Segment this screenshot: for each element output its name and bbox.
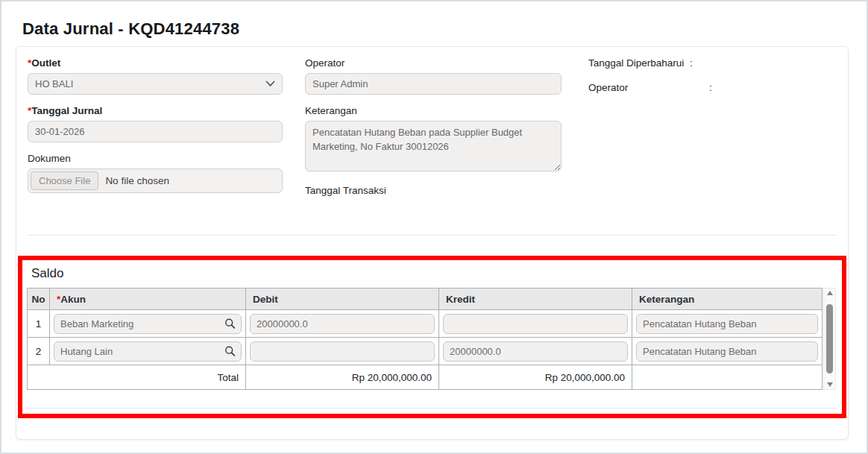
dokumen-label: Dokumen: [28, 153, 283, 164]
form-column-2: Operator Keterangan Pencatatan Hutang Be…: [305, 57, 562, 217]
table-row: 1: [28, 310, 823, 338]
form-area: *Outlet HO BALI *Tanggal Jurnal Dokumen: [28, 57, 837, 217]
keterangan-row-input[interactable]: [636, 341, 818, 362]
page-title: Data Jurnal - KQD41244738: [22, 19, 867, 39]
operator-label: Operator: [305, 57, 562, 69]
scroll-down-arrow-icon[interactable]: [827, 382, 833, 387]
keterangan-field-group: Keterangan Pencatatan Hutang Beban pada …: [305, 105, 562, 174]
operator-input[interactable]: [305, 73, 562, 95]
row-number: 2: [28, 338, 50, 365]
tanggal-transaksi-label: Tanggal Transaksi: [305, 185, 562, 196]
scrollbar-thumb[interactable]: [826, 304, 833, 373]
operator-meta-label: Operator: [588, 82, 709, 93]
saldo-highlight-box: Saldo No *Akun Debit Kredit Keterangan: [18, 256, 846, 418]
keterangan-textarea[interactable]: Pencatatan Hutang Beban pada Supplier Bu…: [305, 121, 562, 171]
col-header-no: No: [28, 289, 50, 310]
col-header-debit: Debit: [246, 289, 439, 310]
outlet-label: *Outlet: [28, 57, 283, 69]
colon-separator: :: [690, 57, 693, 69]
kredit-input[interactable]: [443, 341, 628, 362]
total-label: Total: [28, 365, 246, 390]
akun-lookup-field: [54, 314, 242, 334]
total-row: Total Rp 20,000,000.00 Rp 20,000,000.00: [28, 365, 823, 390]
saldo-table: No *Akun Debit Kredit Keterangan 1: [27, 288, 823, 390]
keterangan-label: Keterangan: [305, 105, 562, 116]
total-keterangan-empty: [632, 365, 823, 390]
saldo-header-row: No *Akun Debit Kredit Keterangan: [28, 289, 823, 310]
akun-input[interactable]: [54, 341, 242, 362]
operator-field-group: Operator: [305, 57, 562, 95]
tanggal-transaksi-field-group: Tanggal Transaksi: [305, 185, 562, 196]
row-number: 1: [28, 310, 50, 338]
tanggal-diperbaharui-meta-label: Tanggal Diperbaharui: [588, 57, 690, 69]
chevron-down-icon: [265, 81, 275, 87]
tanggal-diperbaharui-meta-row: Tanggal Diperbaharui :: [588, 57, 837, 69]
total-debit: Rp 20,000,000.00: [246, 365, 439, 390]
table-scrollbar[interactable]: [823, 288, 836, 390]
akun-lookup-field: [54, 341, 242, 362]
colon-separator: :: [709, 82, 712, 93]
journal-form-card: *Outlet HO BALI *Tanggal Jurnal Dokumen: [16, 46, 849, 440]
tanggal-jurnal-label: *Tanggal Jurnal: [28, 105, 283, 116]
dokumen-file-input[interactable]: Choose File No file chosen: [28, 168, 283, 193]
search-icon[interactable]: [224, 318, 236, 330]
outlet-select[interactable]: HO BALI: [28, 73, 283, 95]
debit-input[interactable]: [250, 314, 435, 334]
outlet-field-group: *Outlet HO BALI: [28, 57, 283, 95]
col-header-kredit: Kredit: [439, 289, 632, 310]
tanggal-jurnal-input[interactable]: [28, 121, 283, 142]
saldo-bottom-divider: [27, 408, 836, 409]
form-column-1: *Outlet HO BALI *Tanggal Jurnal Dokumen: [28, 57, 283, 217]
table-row: 2: [28, 338, 823, 365]
choose-file-button[interactable]: Choose File: [31, 171, 98, 190]
section-divider: [28, 235, 837, 236]
operator-meta-row: Operator :: [588, 82, 837, 93]
tanggal-jurnal-field-group: *Tanggal Jurnal: [28, 105, 283, 142]
scroll-up-arrow-icon[interactable]: [827, 291, 833, 295]
saldo-table-wrap: No *Akun Debit Kredit Keterangan 1: [27, 288, 836, 390]
total-kredit: Rp 20,000,000.00: [439, 365, 632, 390]
form-column-3: Tanggal Diperbaharui : Operator :: [588, 57, 837, 217]
col-header-keterangan: Keterangan: [632, 289, 823, 310]
file-chosen-status: No file chosen: [105, 175, 169, 186]
col-header-akun: *Akun: [50, 289, 246, 310]
debit-input[interactable]: [250, 341, 435, 362]
saldo-section-title: Saldo: [31, 266, 836, 281]
dokumen-field-group: Dokumen Choose File No file chosen: [28, 153, 283, 193]
akun-input[interactable]: [54, 314, 242, 334]
search-icon[interactable]: [224, 346, 236, 357]
page-frame: Data Jurnal - KQD41244738 *Outlet HO BAL…: [0, 0, 868, 454]
keterangan-row-input[interactable]: [636, 314, 818, 334]
kredit-input[interactable]: [443, 314, 628, 334]
outlet-select-value: HO BALI: [35, 78, 73, 89]
